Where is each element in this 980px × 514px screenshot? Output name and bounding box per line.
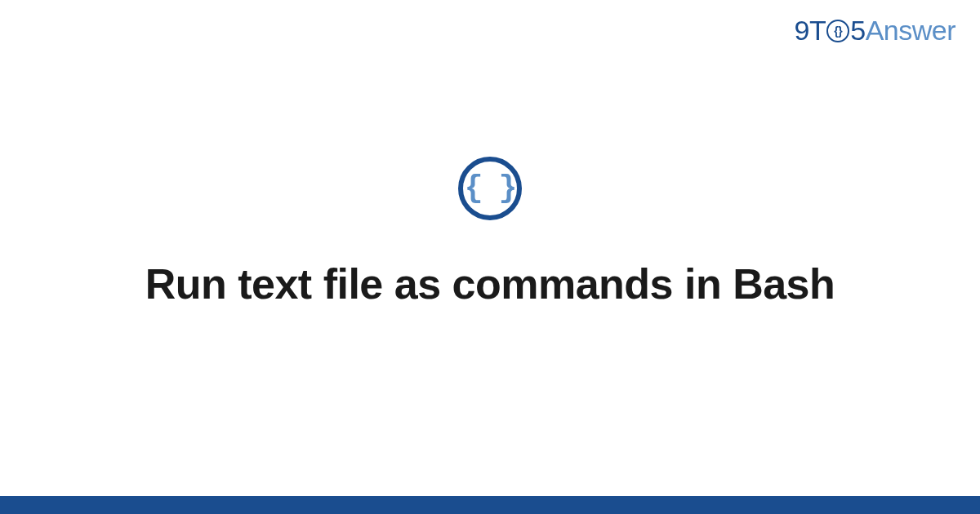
braces-glyph: { } — [465, 173, 515, 204]
footer-bar — [0, 496, 980, 514]
page-title: Run text file as commands in Bash — [145, 259, 835, 308]
main-content: { } Run text file as commands in Bash — [0, 0, 980, 514]
code-braces-icon: { } — [458, 157, 522, 220]
